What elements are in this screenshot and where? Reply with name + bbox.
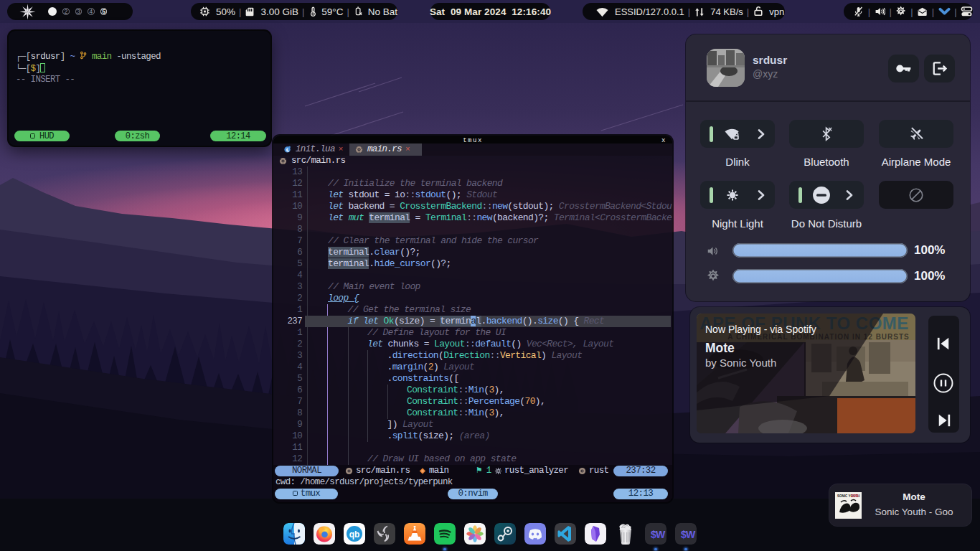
- svg-text:W: W: [656, 529, 666, 540]
- svg-text:qb: qb: [349, 529, 360, 540]
- svg-text:GOO: GOO: [851, 494, 859, 498]
- svg-text:x: x: [661, 137, 665, 143]
- svg-text:W: W: [686, 529, 696, 540]
- svg-text:tmux: tmux: [463, 137, 483, 143]
